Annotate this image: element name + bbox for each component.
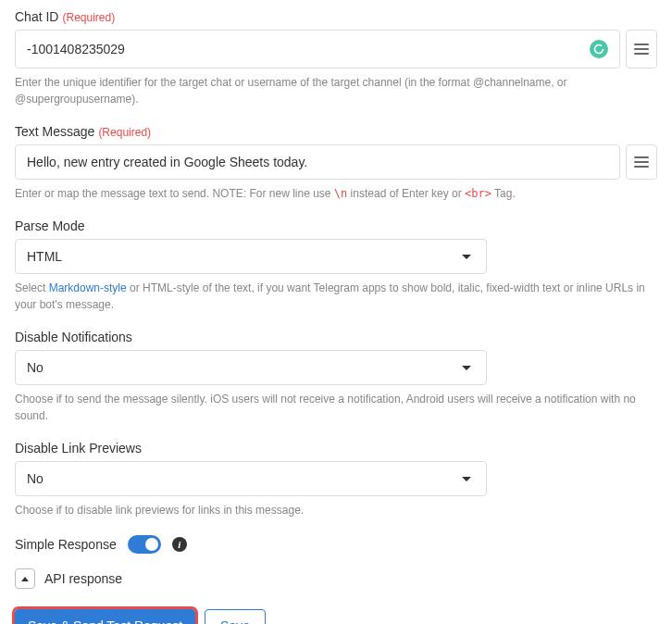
disable-notifications-select[interactable]: No xyxy=(15,350,487,385)
disable-link-previews-select[interactable]: No xyxy=(15,461,487,496)
parse-mode-label-text: Parse Mode xyxy=(15,218,84,233)
chevron-down-icon xyxy=(462,477,471,481)
chat-id-label: Chat ID (Required) xyxy=(15,9,657,24)
newline-code: \n xyxy=(334,187,347,200)
disable-notifications-label: Disable Notifications xyxy=(15,330,657,344)
text-message-required: (Required) xyxy=(98,126,151,139)
disable-link-previews-label-text: Disable Link Previews xyxy=(15,441,142,456)
disable-link-previews-help: Choose if to disable link previews for l… xyxy=(15,502,657,518)
br-code: <br> xyxy=(465,187,492,200)
markdown-style-link[interactable]: Markdown-style xyxy=(49,281,127,294)
text-message-input[interactable]: Hello, new entry created in Google Sheet… xyxy=(15,144,620,180)
chat-id-help: Enter the unique identifier for the targ… xyxy=(15,74,657,107)
text-message-label-text: Text Message xyxy=(15,124,94,139)
disable-notifications-value: No xyxy=(27,360,44,375)
chevron-up-icon xyxy=(21,577,29,581)
parse-mode-label: Parse Mode xyxy=(15,218,657,233)
chat-id-label-text: Chat ID xyxy=(15,9,58,24)
text-message-help: Enter or map the message text to send. N… xyxy=(15,185,657,202)
menu-icon xyxy=(634,156,649,168)
parse-mode-select[interactable]: HTML xyxy=(15,239,487,274)
chat-id-value: -1001408235029 xyxy=(27,42,590,56)
chevron-down-icon xyxy=(462,255,471,259)
disable-link-previews-value: No xyxy=(27,471,44,486)
save-button[interactable]: Save xyxy=(205,609,266,624)
parse-mode-value: HTML xyxy=(27,249,62,264)
chat-id-required: (Required) xyxy=(62,11,115,24)
toggle-knob xyxy=(145,538,158,551)
simple-response-toggle[interactable] xyxy=(128,535,161,554)
disable-link-previews-label: Disable Link Previews xyxy=(15,441,657,456)
parse-mode-help: Select Markdown-style or HTML-style of t… xyxy=(15,280,657,313)
menu-icon xyxy=(634,44,649,55)
chevron-down-icon xyxy=(462,366,471,370)
chat-id-input[interactable]: -1001408235029 xyxy=(15,30,620,69)
api-response-collapse-button[interactable] xyxy=(15,568,35,589)
text-message-label: Text Message (Required) xyxy=(15,124,657,139)
refresh-icon[interactable] xyxy=(590,40,608,58)
save-send-test-button[interactable]: Save & Send Test Request xyxy=(15,609,195,624)
api-response-label: API response xyxy=(44,571,122,586)
text-message-menu-button[interactable] xyxy=(626,144,657,180)
simple-response-label: Simple Response xyxy=(15,537,117,552)
disable-notifications-help: Choose if to send the message silently. … xyxy=(15,391,657,424)
disable-notifications-label-text: Disable Notifications xyxy=(15,330,132,344)
text-message-value: Hello, new entry created in Google Sheet… xyxy=(27,155,608,169)
chat-id-menu-button[interactable] xyxy=(626,30,657,69)
info-icon[interactable]: i xyxy=(172,537,187,552)
